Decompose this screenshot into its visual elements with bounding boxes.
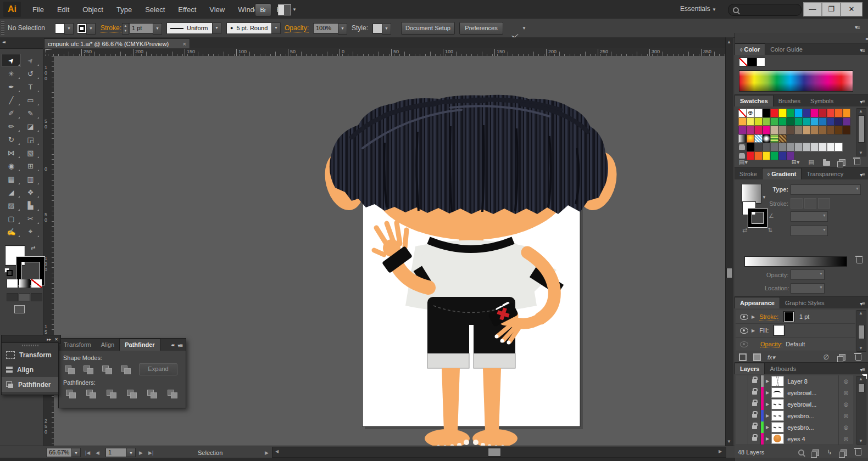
delete-item-icon[interactable] bbox=[855, 355, 861, 361]
last-artboard-icon[interactable]: ▶| bbox=[148, 450, 153, 456]
paintbrush-tool[interactable]: ✐ bbox=[2, 106, 21, 120]
swatch[interactable] bbox=[794, 143, 803, 151]
swatch[interactable] bbox=[763, 143, 771, 151]
swatch[interactable] bbox=[747, 117, 755, 126]
tab-color[interactable]: ◊Color bbox=[735, 43, 765, 55]
free-transform-tool[interactable]: ▧ bbox=[21, 146, 40, 159]
swatch[interactable] bbox=[810, 126, 819, 134]
appearance-row-opacity[interactable]: Opacity: Default bbox=[736, 338, 855, 351]
variable-width-caret-icon[interactable]: ▼ bbox=[212, 23, 221, 34]
unite-button[interactable] bbox=[64, 365, 75, 374]
document-tab[interactable]: cmpunk ufc 1.ai* @ 66.67% (CMYK/Preview)… bbox=[44, 38, 190, 49]
layer-lock-cell[interactable] bbox=[748, 410, 761, 421]
white-swatch[interactable] bbox=[756, 58, 765, 66]
document-tab-close-icon[interactable]: × bbox=[183, 40, 186, 49]
eraser-tool[interactable]: ◪ bbox=[21, 120, 40, 133]
appearance-row-fill[interactable]: ▶ Fill: bbox=[736, 324, 855, 338]
direct-selection-tool[interactable]: ➤ bbox=[21, 54, 40, 67]
tab-align[interactable]: Align bbox=[96, 339, 119, 351]
tab-stroke[interactable]: Stroke bbox=[735, 168, 762, 180]
selection-tool[interactable]: ➤ bbox=[2, 54, 21, 67]
swatch[interactable] bbox=[763, 109, 771, 117]
layer-target-icon[interactable]: ◎ bbox=[838, 387, 853, 398]
menu-file[interactable]: File bbox=[26, 3, 50, 16]
swatch[interactable] bbox=[843, 117, 851, 126]
swatch[interactable] bbox=[754, 126, 763, 134]
layer-visibility-cell[interactable] bbox=[736, 410, 748, 421]
swatch[interactable] bbox=[787, 109, 795, 117]
gradient-stroke-proxy[interactable] bbox=[748, 209, 767, 227]
next-artboard-icon[interactable]: ▶ bbox=[139, 450, 143, 456]
dock-item-align[interactable]: Align bbox=[2, 362, 58, 377]
outline-button[interactable] bbox=[147, 389, 158, 398]
swatch[interactable] bbox=[778, 134, 787, 143]
menu-effect[interactable]: Effect bbox=[172, 3, 202, 16]
layer-visibility-cell[interactable] bbox=[736, 375, 748, 387]
none-mode-button[interactable] bbox=[31, 279, 42, 288]
stroke-weight-stepper[interactable]: ▲▼ bbox=[122, 23, 129, 35]
duplicate-item-icon[interactable] bbox=[839, 354, 845, 361]
layer-lock-cell[interactable] bbox=[748, 398, 761, 410]
none-swatch[interactable] bbox=[739, 58, 748, 66]
tab-brushes[interactable]: Brushes bbox=[774, 95, 805, 107]
layer-row[interactable]: ▶ Layer 8 ◎ bbox=[736, 375, 853, 387]
clear-appearance-icon[interactable]: ∅ bbox=[824, 353, 829, 361]
fill-color-caret-icon[interactable]: ▼ bbox=[64, 23, 74, 35]
arrange-documents-caret-icon[interactable]: ▼ bbox=[292, 7, 297, 12]
gradient-thumbnail[interactable] bbox=[742, 184, 761, 204]
tab-layers[interactable]: Layers bbox=[735, 363, 765, 375]
swatch[interactable] bbox=[834, 109, 843, 117]
control-bar-grip[interactable] bbox=[1, 21, 4, 35]
black-swatch[interactable] bbox=[748, 58, 756, 66]
column-graph-tool[interactable]: ▙ bbox=[21, 199, 40, 212]
floating-panel-collapse-icon[interactable]: ▸▸ bbox=[47, 337, 51, 342]
expand-triangle-icon[interactable]: ▶ bbox=[752, 328, 755, 333]
floating-panel-close-icon[interactable]: ✕ bbox=[54, 337, 58, 342]
layer-visibility-cell[interactable] bbox=[736, 398, 748, 410]
tab-symbols[interactable]: Symbols bbox=[805, 95, 838, 107]
trim-button[interactable] bbox=[86, 389, 97, 398]
swatch[interactable] bbox=[770, 151, 778, 160]
new-stroke-icon[interactable] bbox=[739, 353, 747, 361]
layer-target-icon[interactable]: ◎ bbox=[838, 410, 853, 421]
layer-expand-icon[interactable]: ▶ bbox=[766, 436, 769, 441]
type-tool[interactable]: T bbox=[21, 80, 40, 93]
crop-button[interactable] bbox=[126, 389, 137, 398]
gradient-location-select[interactable] bbox=[791, 283, 825, 294]
layer-target-icon[interactable]: ◎ bbox=[838, 421, 853, 433]
appearance-scrollbar[interactable]: ▲ ▼ bbox=[856, 310, 866, 352]
swatch[interactable] bbox=[794, 109, 803, 117]
swatch[interactable] bbox=[738, 126, 747, 134]
opacity-link[interactable]: Opacity: bbox=[285, 24, 309, 33]
workspace-switcher[interactable]: Essentials ▼ bbox=[680, 5, 716, 13]
scroll-up-icon[interactable]: ▲ bbox=[725, 40, 733, 45]
swatch[interactable] bbox=[819, 109, 827, 117]
intersect-button[interactable] bbox=[102, 365, 113, 374]
gradient-tool[interactable]: ▥ bbox=[21, 172, 40, 185]
swatch[interactable] bbox=[794, 126, 803, 134]
zoom-tool[interactable]: ⌖ bbox=[21, 225, 40, 238]
locate-object-icon[interactable] bbox=[798, 449, 804, 456]
minus-back-button[interactable] bbox=[167, 389, 178, 398]
swatch[interactable] bbox=[819, 117, 827, 126]
eyedropper-tool[interactable]: ◢ bbox=[2, 185, 21, 199]
layer-lock-cell[interactable] bbox=[748, 375, 761, 387]
layer-lock-cell[interactable] bbox=[748, 433, 761, 445]
layer-expand-icon[interactable]: ▶ bbox=[766, 413, 769, 418]
swatch-registration[interactable]: ⊕ bbox=[747, 109, 755, 117]
aspect-ratio-select[interactable] bbox=[791, 226, 828, 236]
swatch[interactable] bbox=[738, 134, 747, 143]
layers-panel-menu-icon[interactable]: ▾≡ bbox=[856, 367, 868, 375]
layer-visibility-cell[interactable] bbox=[736, 387, 748, 398]
menu-edit[interactable]: Edit bbox=[51, 3, 75, 16]
variable-width-select[interactable]: Uniform bbox=[166, 23, 215, 34]
layer-row[interactable]: ▶ eyesbro... ◎ bbox=[736, 410, 853, 422]
swatch-none[interactable] bbox=[738, 109, 747, 117]
control-bar-menu-icon[interactable]: ▾≡ bbox=[855, 24, 860, 30]
swatch[interactable] bbox=[794, 117, 803, 126]
visibility-eye-icon[interactable] bbox=[740, 314, 748, 320]
opacity-caret-icon[interactable]: ▼ bbox=[338, 23, 347, 35]
swatch[interactable] bbox=[843, 126, 851, 134]
new-fill-icon[interactable] bbox=[753, 353, 761, 361]
floating-panel-grip[interactable] bbox=[22, 345, 38, 346]
